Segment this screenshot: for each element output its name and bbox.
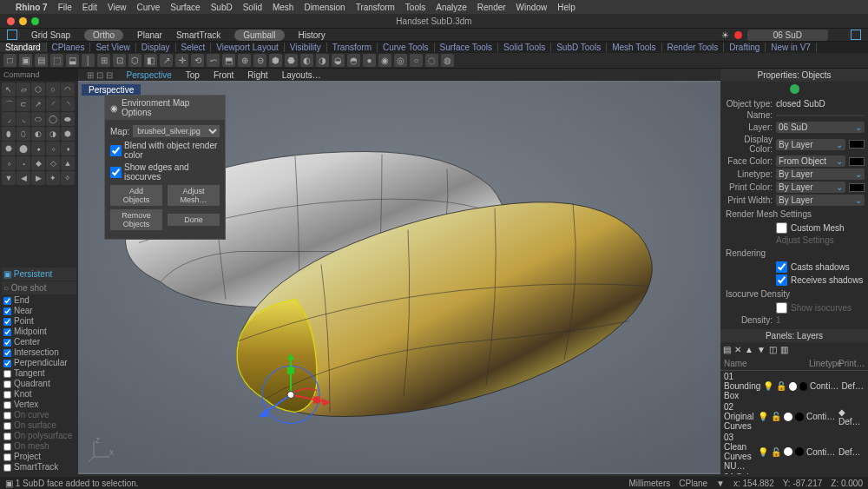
- osnap-on-curve[interactable]: On curve: [2, 410, 76, 420]
- osnap-quadrant[interactable]: Quadrant: [2, 379, 76, 389]
- tool-9[interactable]: ◝: [61, 97, 75, 111]
- tool-21[interactable]: ⬤: [16, 142, 30, 155]
- osnap-end[interactable]: End: [2, 295, 76, 306]
- prop-displaycolor[interactable]: Display Color:By Layer ⌄: [720, 134, 868, 155]
- toolbar-icon-18[interactable]: ⬣: [285, 54, 298, 67]
- toolbar-icon-8[interactable]: ⬡: [128, 54, 141, 67]
- menu-window[interactable]: Window: [516, 3, 548, 12]
- adjmesh-button[interactable]: Adjust Mesh…: [168, 185, 220, 206]
- tool-14[interactable]: ⬬: [61, 112, 75, 126]
- toolbar-icon-10[interactable]: ↗: [160, 54, 173, 67]
- opt-ortho[interactable]: Ortho: [84, 30, 123, 41]
- toolbar-icon-15[interactable]: ⊕: [238, 54, 251, 67]
- osnap-knot[interactable]: Knot: [2, 389, 76, 400]
- tool-4[interactable]: ◠: [61, 83, 75, 96]
- toolbar-icon-24[interactable]: ◉: [378, 54, 391, 67]
- toolbar-icon-6[interactable]: ⊞: [97, 54, 110, 67]
- tool-5[interactable]: ⌒: [2, 97, 16, 111]
- tab-setview[interactable]: Set View: [90, 43, 135, 52]
- tool-23[interactable]: ⬦: [46, 142, 60, 155]
- showiso-check[interactable]: Show isocurves: [720, 301, 868, 314]
- tool-28[interactable]: ◇: [46, 156, 60, 170]
- tool-31[interactable]: ◀: [16, 171, 30, 185]
- menu-render[interactable]: Render: [477, 3, 506, 12]
- osnap-perpendicular[interactable]: Perpendicular: [2, 358, 76, 368]
- tab-visibility[interactable]: Visibility: [285, 43, 327, 52]
- layer-row-1[interactable]: 02 Original Curves💡🔓Conti…◆ Def…: [720, 401, 868, 432]
- tab-transform[interactable]: Transform: [327, 43, 378, 52]
- toolbar-icon-9[interactable]: ◧: [144, 54, 157, 67]
- opt-gumball[interactable]: Gumball: [234, 30, 284, 41]
- tool-18[interactable]: ◑: [46, 127, 60, 141]
- blend-check[interactable]: Blend with object render color: [110, 141, 220, 160]
- toolbar-icon-1[interactable]: ▣: [19, 54, 32, 67]
- vp-right[interactable]: Right: [247, 70, 267, 80]
- toolbar-icon-27[interactable]: ◌: [425, 54, 438, 67]
- toolbar-icon-20[interactable]: ◑: [316, 54, 329, 67]
- tool-26[interactable]: ⬩: [16, 156, 30, 170]
- tool-13[interactable]: ◯: [46, 112, 60, 126]
- layer-filter-icon[interactable]: ▥: [780, 345, 788, 354]
- toolbar-icon-28[interactable]: ◍: [441, 54, 454, 67]
- tool-17[interactable]: ◐: [31, 127, 45, 141]
- layer-down-icon[interactable]: ▼: [757, 345, 766, 354]
- env-map-dialog[interactable]: ◉Environment Map Options Map: brushed_si…: [104, 95, 226, 240]
- tool-1[interactable]: ▱: [16, 83, 30, 96]
- menu-mesh[interactable]: Mesh: [273, 3, 293, 12]
- cplane-icon[interactable]: [7, 30, 17, 40]
- toolbar-icon-5[interactable]: │: [82, 54, 95, 67]
- toolbar-icon-4[interactable]: ⬓: [66, 54, 79, 67]
- map-select[interactable]: brushed_silver.jpg: [133, 125, 220, 137]
- opt-smarttrack[interactable]: SmartTrack: [176, 30, 220, 40]
- tool-30[interactable]: ▼: [2, 171, 16, 185]
- tool-33[interactable]: ✦: [46, 171, 60, 185]
- col-print[interactable]: Print…: [838, 359, 865, 368]
- tab-vplayout[interactable]: Viewport Layout: [211, 43, 285, 52]
- toolbar-icon-3[interactable]: ⬚: [50, 54, 63, 67]
- osnap-midpoint[interactable]: Midpoint: [2, 327, 76, 337]
- osnap-intersection[interactable]: Intersection: [2, 347, 76, 358]
- tool-24[interactable]: ⬧: [61, 142, 75, 155]
- osnap-smarttrack[interactable]: SmartTrack: [2, 462, 76, 472]
- tab-rendertools[interactable]: Render Tools: [662, 43, 725, 52]
- menu-subd[interactable]: SubD: [211, 3, 233, 12]
- showedges-check[interactable]: Show edges and isocurves: [110, 162, 220, 182]
- toolbar-icon-26[interactable]: ○: [410, 54, 423, 67]
- layer-props-icon[interactable]: ◫: [769, 345, 777, 354]
- tool-8[interactable]: ◜: [46, 97, 60, 111]
- osnap-point[interactable]: Point: [2, 316, 76, 327]
- tool-2[interactable]: ⬡: [31, 83, 45, 96]
- done-button[interactable]: Done: [168, 214, 220, 226]
- layer-row-3[interactable]: 04 Sub D Curves💡🔓Conti…Def…: [720, 472, 868, 474]
- layer-row-2[interactable]: 03 Clean Curves NU…💡🔓Conti…Def…: [720, 432, 868, 472]
- right-cplane-icon[interactable]: [851, 30, 861, 40]
- opt-gridsnap[interactable]: Grid Snap: [31, 30, 70, 40]
- osnap-on-surface[interactable]: On surface: [2, 420, 76, 431]
- tab-subdtools[interactable]: SubD Tools: [551, 43, 607, 52]
- toolbar-icon-2[interactable]: ▤: [35, 54, 48, 67]
- tool-0[interactable]: ↖: [2, 83, 16, 96]
- tool-19[interactable]: ⬢: [61, 127, 75, 141]
- tool-10[interactable]: ◞: [2, 112, 16, 126]
- vp-perspective[interactable]: Perspective: [127, 70, 172, 80]
- toolbar-icon-12[interactable]: ⟲: [191, 54, 204, 67]
- app-name[interactable]: Rhino 7: [16, 3, 48, 12]
- tab-curvetools[interactable]: Curve Tools: [378, 43, 435, 52]
- prop-printcolor[interactable]: Print Color:By Layer ⌄: [720, 181, 868, 194]
- osnap-on-mesh[interactable]: On mesh: [2, 441, 76, 452]
- col-linetype[interactable]: Linetype: [809, 359, 838, 368]
- osnap-tangent[interactable]: Tangent: [2, 368, 76, 379]
- osnap-persistent[interactable]: Persistent: [14, 269, 52, 279]
- toolbar-icon-21[interactable]: ◒: [332, 54, 345, 67]
- tab-cplanes[interactable]: CPlanes: [47, 43, 91, 52]
- sun-icon[interactable]: ☀: [721, 30, 729, 40]
- tool-16[interactable]: ⬯: [16, 127, 30, 141]
- layer-selector[interactable]: 06 SuD: [747, 30, 828, 41]
- tab-surfacetools[interactable]: Surface Tools: [435, 43, 498, 52]
- addobj-button[interactable]: Add Objects: [110, 185, 162, 206]
- osnap-project[interactable]: Project: [2, 452, 76, 462]
- custommesh-check[interactable]: Custom Mesh: [720, 221, 868, 235]
- casts-check[interactable]: Casts shadows: [720, 261, 868, 274]
- viewport[interactable]: ⊞ ⊡ ⊟ Perspective Top Front Right Layout…: [78, 69, 720, 474]
- toolbar-icon-23[interactable]: ●: [363, 54, 376, 67]
